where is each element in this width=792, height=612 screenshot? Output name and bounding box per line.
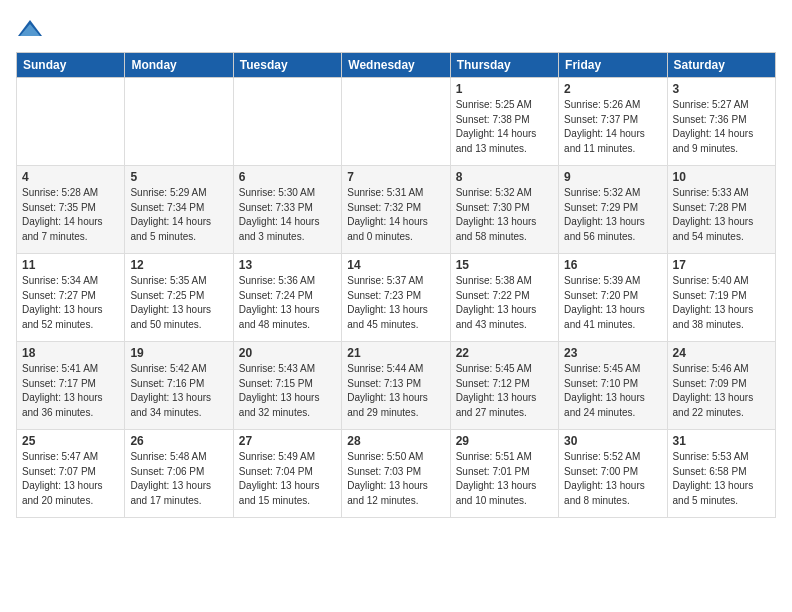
day-number: 21 bbox=[347, 346, 444, 360]
day-number: 3 bbox=[673, 82, 770, 96]
calendar-cell: 7Sunrise: 5:31 AM Sunset: 7:32 PM Daylig… bbox=[342, 166, 450, 254]
weekday-header-wednesday: Wednesday bbox=[342, 53, 450, 78]
day-number: 14 bbox=[347, 258, 444, 272]
weekday-header-row: SundayMondayTuesdayWednesdayThursdayFrid… bbox=[17, 53, 776, 78]
calendar-cell: 29Sunrise: 5:51 AM Sunset: 7:01 PM Dayli… bbox=[450, 430, 558, 518]
calendar-week-1: 1Sunrise: 5:25 AM Sunset: 7:38 PM Daylig… bbox=[17, 78, 776, 166]
cell-info: Sunrise: 5:26 AM Sunset: 7:37 PM Dayligh… bbox=[564, 98, 661, 156]
cell-info: Sunrise: 5:37 AM Sunset: 7:23 PM Dayligh… bbox=[347, 274, 444, 332]
day-number: 23 bbox=[564, 346, 661, 360]
calendar-cell: 12Sunrise: 5:35 AM Sunset: 7:25 PM Dayli… bbox=[125, 254, 233, 342]
calendar-cell: 9Sunrise: 5:32 AM Sunset: 7:29 PM Daylig… bbox=[559, 166, 667, 254]
cell-info: Sunrise: 5:38 AM Sunset: 7:22 PM Dayligh… bbox=[456, 274, 553, 332]
day-number: 15 bbox=[456, 258, 553, 272]
calendar-week-5: 25Sunrise: 5:47 AM Sunset: 7:07 PM Dayli… bbox=[17, 430, 776, 518]
day-number: 24 bbox=[673, 346, 770, 360]
cell-info: Sunrise: 5:48 AM Sunset: 7:06 PM Dayligh… bbox=[130, 450, 227, 508]
cell-info: Sunrise: 5:43 AM Sunset: 7:15 PM Dayligh… bbox=[239, 362, 336, 420]
day-number: 8 bbox=[456, 170, 553, 184]
calendar-cell: 18Sunrise: 5:41 AM Sunset: 7:17 PM Dayli… bbox=[17, 342, 125, 430]
cell-info: Sunrise: 5:39 AM Sunset: 7:20 PM Dayligh… bbox=[564, 274, 661, 332]
cell-info: Sunrise: 5:32 AM Sunset: 7:30 PM Dayligh… bbox=[456, 186, 553, 244]
calendar-cell: 25Sunrise: 5:47 AM Sunset: 7:07 PM Dayli… bbox=[17, 430, 125, 518]
day-number: 19 bbox=[130, 346, 227, 360]
cell-info: Sunrise: 5:53 AM Sunset: 6:58 PM Dayligh… bbox=[673, 450, 770, 508]
calendar-cell bbox=[125, 78, 233, 166]
calendar-cell bbox=[17, 78, 125, 166]
cell-info: Sunrise: 5:45 AM Sunset: 7:12 PM Dayligh… bbox=[456, 362, 553, 420]
cell-info: Sunrise: 5:51 AM Sunset: 7:01 PM Dayligh… bbox=[456, 450, 553, 508]
calendar-cell: 24Sunrise: 5:46 AM Sunset: 7:09 PM Dayli… bbox=[667, 342, 775, 430]
cell-info: Sunrise: 5:35 AM Sunset: 7:25 PM Dayligh… bbox=[130, 274, 227, 332]
calendar-cell: 26Sunrise: 5:48 AM Sunset: 7:06 PM Dayli… bbox=[125, 430, 233, 518]
cell-info: Sunrise: 5:44 AM Sunset: 7:13 PM Dayligh… bbox=[347, 362, 444, 420]
cell-info: Sunrise: 5:40 AM Sunset: 7:19 PM Dayligh… bbox=[673, 274, 770, 332]
calendar-cell: 1Sunrise: 5:25 AM Sunset: 7:38 PM Daylig… bbox=[450, 78, 558, 166]
weekday-header-tuesday: Tuesday bbox=[233, 53, 341, 78]
calendar-cell: 27Sunrise: 5:49 AM Sunset: 7:04 PM Dayli… bbox=[233, 430, 341, 518]
calendar-cell: 21Sunrise: 5:44 AM Sunset: 7:13 PM Dayli… bbox=[342, 342, 450, 430]
cell-info: Sunrise: 5:28 AM Sunset: 7:35 PM Dayligh… bbox=[22, 186, 119, 244]
day-number: 27 bbox=[239, 434, 336, 448]
cell-info: Sunrise: 5:32 AM Sunset: 7:29 PM Dayligh… bbox=[564, 186, 661, 244]
day-number: 1 bbox=[456, 82, 553, 96]
calendar-cell: 31Sunrise: 5:53 AM Sunset: 6:58 PM Dayli… bbox=[667, 430, 775, 518]
day-number: 18 bbox=[22, 346, 119, 360]
day-number: 4 bbox=[22, 170, 119, 184]
calendar-week-4: 18Sunrise: 5:41 AM Sunset: 7:17 PM Dayli… bbox=[17, 342, 776, 430]
weekday-header-monday: Monday bbox=[125, 53, 233, 78]
weekday-header-sunday: Sunday bbox=[17, 53, 125, 78]
cell-info: Sunrise: 5:34 AM Sunset: 7:27 PM Dayligh… bbox=[22, 274, 119, 332]
cell-info: Sunrise: 5:52 AM Sunset: 7:00 PM Dayligh… bbox=[564, 450, 661, 508]
calendar-cell: 23Sunrise: 5:45 AM Sunset: 7:10 PM Dayli… bbox=[559, 342, 667, 430]
day-number: 16 bbox=[564, 258, 661, 272]
day-number: 29 bbox=[456, 434, 553, 448]
calendar-cell: 19Sunrise: 5:42 AM Sunset: 7:16 PM Dayli… bbox=[125, 342, 233, 430]
calendar-cell: 22Sunrise: 5:45 AM Sunset: 7:12 PM Dayli… bbox=[450, 342, 558, 430]
cell-info: Sunrise: 5:45 AM Sunset: 7:10 PM Dayligh… bbox=[564, 362, 661, 420]
day-number: 30 bbox=[564, 434, 661, 448]
weekday-header-friday: Friday bbox=[559, 53, 667, 78]
day-number: 10 bbox=[673, 170, 770, 184]
calendar-week-3: 11Sunrise: 5:34 AM Sunset: 7:27 PM Dayli… bbox=[17, 254, 776, 342]
calendar-cell: 30Sunrise: 5:52 AM Sunset: 7:00 PM Dayli… bbox=[559, 430, 667, 518]
cell-info: Sunrise: 5:36 AM Sunset: 7:24 PM Dayligh… bbox=[239, 274, 336, 332]
day-number: 26 bbox=[130, 434, 227, 448]
calendar-cell: 13Sunrise: 5:36 AM Sunset: 7:24 PM Dayli… bbox=[233, 254, 341, 342]
calendar-cell: 14Sunrise: 5:37 AM Sunset: 7:23 PM Dayli… bbox=[342, 254, 450, 342]
cell-info: Sunrise: 5:29 AM Sunset: 7:34 PM Dayligh… bbox=[130, 186, 227, 244]
day-number: 2 bbox=[564, 82, 661, 96]
weekday-header-thursday: Thursday bbox=[450, 53, 558, 78]
cell-info: Sunrise: 5:25 AM Sunset: 7:38 PM Dayligh… bbox=[456, 98, 553, 156]
day-number: 20 bbox=[239, 346, 336, 360]
calendar-cell: 6Sunrise: 5:30 AM Sunset: 7:33 PM Daylig… bbox=[233, 166, 341, 254]
calendar-cell: 5Sunrise: 5:29 AM Sunset: 7:34 PM Daylig… bbox=[125, 166, 233, 254]
day-number: 25 bbox=[22, 434, 119, 448]
calendar-cell: 17Sunrise: 5:40 AM Sunset: 7:19 PM Dayli… bbox=[667, 254, 775, 342]
cell-info: Sunrise: 5:42 AM Sunset: 7:16 PM Dayligh… bbox=[130, 362, 227, 420]
day-number: 11 bbox=[22, 258, 119, 272]
cell-info: Sunrise: 5:31 AM Sunset: 7:32 PM Dayligh… bbox=[347, 186, 444, 244]
day-number: 12 bbox=[130, 258, 227, 272]
day-number: 5 bbox=[130, 170, 227, 184]
calendar-cell: 20Sunrise: 5:43 AM Sunset: 7:15 PM Dayli… bbox=[233, 342, 341, 430]
cell-info: Sunrise: 5:41 AM Sunset: 7:17 PM Dayligh… bbox=[22, 362, 119, 420]
calendar-cell: 28Sunrise: 5:50 AM Sunset: 7:03 PM Dayli… bbox=[342, 430, 450, 518]
day-number: 6 bbox=[239, 170, 336, 184]
cell-info: Sunrise: 5:50 AM Sunset: 7:03 PM Dayligh… bbox=[347, 450, 444, 508]
day-number: 31 bbox=[673, 434, 770, 448]
calendar-cell: 8Sunrise: 5:32 AM Sunset: 7:30 PM Daylig… bbox=[450, 166, 558, 254]
cell-info: Sunrise: 5:49 AM Sunset: 7:04 PM Dayligh… bbox=[239, 450, 336, 508]
calendar-cell: 15Sunrise: 5:38 AM Sunset: 7:22 PM Dayli… bbox=[450, 254, 558, 342]
cell-info: Sunrise: 5:46 AM Sunset: 7:09 PM Dayligh… bbox=[673, 362, 770, 420]
day-number: 7 bbox=[347, 170, 444, 184]
calendar-cell: 2Sunrise: 5:26 AM Sunset: 7:37 PM Daylig… bbox=[559, 78, 667, 166]
calendar-table: SundayMondayTuesdayWednesdayThursdayFrid… bbox=[16, 52, 776, 518]
calendar-cell: 16Sunrise: 5:39 AM Sunset: 7:20 PM Dayli… bbox=[559, 254, 667, 342]
page-header bbox=[16, 16, 776, 44]
cell-info: Sunrise: 5:30 AM Sunset: 7:33 PM Dayligh… bbox=[239, 186, 336, 244]
logo bbox=[16, 16, 48, 44]
calendar-cell bbox=[233, 78, 341, 166]
cell-info: Sunrise: 5:27 AM Sunset: 7:36 PM Dayligh… bbox=[673, 98, 770, 156]
day-number: 9 bbox=[564, 170, 661, 184]
